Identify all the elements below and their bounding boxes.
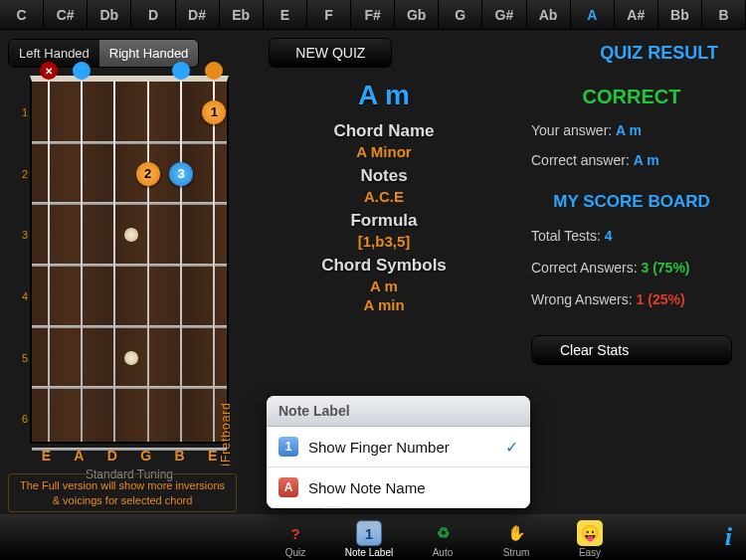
- string: [48, 82, 50, 442]
- chord-name-label: Chord Name: [255, 121, 513, 141]
- fret-wire: [32, 202, 227, 205]
- fret-wire: [32, 386, 227, 389]
- root-note-Asharp[interactable]: A#: [615, 0, 658, 29]
- quiz-result-heading: QUIZ RESULT: [600, 43, 718, 64]
- popover-option-finger-number[interactable]: 1 Show Finger Number ✓: [267, 427, 530, 467]
- root-note-E[interactable]: E: [264, 0, 307, 29]
- chord-notes-label: Notes: [255, 166, 513, 186]
- fretboard-inlay: [124, 351, 138, 365]
- root-note-Db[interactable]: Db: [88, 0, 131, 29]
- popover-arrow-icon: [322, 507, 342, 508]
- handedness-segment: Left Handed Right Handed: [8, 39, 199, 68]
- chord-notes-value: A.C.E: [255, 188, 513, 205]
- root-note-bar: CC#DbDD#EbEFF#GbGG#AbAA#BbB: [0, 0, 746, 30]
- check-icon: ✓: [505, 438, 518, 457]
- tab-label: Auto: [406, 547, 479, 558]
- correct-answers-line: Correct Answers: 3 (75%): [531, 260, 732, 276]
- popover-option-note-name[interactable]: A Show Note Name: [267, 467, 530, 508]
- root-note-B[interactable]: B: [702, 0, 746, 29]
- total-tests-line: Total Tests: 4: [531, 228, 732, 244]
- open-string-icon: [205, 62, 223, 80]
- clear-stats-button[interactable]: Clear Stats: [531, 335, 732, 365]
- root-note-Eb[interactable]: Eb: [220, 0, 264, 29]
- tab-label: Easy: [553, 547, 627, 558]
- tab-easy[interactable]: 😛 Easy: [553, 520, 627, 560]
- root-note-Bb[interactable]: Bb: [658, 0, 702, 29]
- new-quiz-button[interactable]: NEW QUIZ: [269, 38, 392, 68]
- popover-option-label: Show Note Name: [308, 479, 426, 496]
- tab-strum[interactable]: ✋ Strum: [479, 520, 553, 560]
- finger-marker: 2: [136, 162, 160, 186]
- root-note-G[interactable]: G: [439, 0, 482, 29]
- string: [81, 82, 83, 442]
- score-column: CORRECT Your answer: A m Correct answer:…: [523, 76, 746, 505]
- root-note-Csharp[interactable]: C#: [44, 0, 88, 29]
- fretboard-column: iFretboard 123456123 EADGBE Standard Tun…: [0, 76, 245, 505]
- fret-wire: [32, 325, 227, 328]
- fret-number: 2: [16, 168, 28, 180]
- info-button[interactable]: i: [725, 522, 732, 552]
- easy-icon: 😛: [577, 520, 603, 546]
- root-note-Gb[interactable]: Gb: [395, 0, 439, 29]
- wrong-answers-line: Wrong Answers: 1 (25%): [531, 291, 732, 307]
- note-label-popover: Note Label 1 Show Finger Number ✓ A Show…: [267, 396, 530, 508]
- root-note-Ab[interactable]: Ab: [527, 0, 571, 29]
- correct-answers-label: Correct Answers:: [531, 260, 641, 276]
- tab-auto[interactable]: ♻ Auto: [406, 520, 479, 560]
- root-note-A[interactable]: A: [571, 0, 615, 29]
- auto-icon: ♻: [430, 520, 456, 546]
- verdict-label: CORRECT: [531, 86, 732, 108]
- root-note-Fsharp[interactable]: F#: [351, 0, 395, 29]
- your-answer-line: Your answer: A m: [531, 122, 732, 138]
- open-string-icon: [172, 62, 190, 80]
- chord-formula-label: Formula: [255, 211, 513, 231]
- wrong-answers-label: Wrong Answers:: [531, 291, 637, 307]
- quiz-icon: ?: [282, 520, 308, 546]
- finger-marker: 3: [169, 162, 193, 186]
- your-answer-label: Your answer:: [531, 122, 616, 138]
- your-answer-value: A m: [616, 122, 642, 138]
- finger-number-icon: 1: [279, 437, 298, 457]
- mute-string-icon: [40, 62, 58, 80]
- wrong-answers-value: 1 (25%): [637, 291, 685, 307]
- correct-answer-value: A m: [634, 152, 659, 168]
- chord-name-value: A Minor: [255, 143, 513, 160]
- tab-note-label[interactable]: ▲ 1 Note Label: [332, 520, 406, 560]
- open-string-icon: [73, 62, 91, 80]
- fret-wire: [32, 448, 227, 451]
- correct-answer-line: Correct answer: A m: [531, 152, 732, 168]
- tab-label: Quiz: [259, 547, 332, 558]
- control-row: Left Handed Right Handed NEW QUIZ QUIZ R…: [0, 30, 746, 76]
- string: [147, 82, 149, 442]
- tab-label: Note Label: [332, 547, 406, 558]
- popover-title: Note Label: [267, 396, 530, 427]
- chord-symbols-label: Chord Symbols: [255, 256, 513, 276]
- finger-marker: 1: [202, 100, 226, 124]
- total-tests-value: 4: [605, 228, 613, 244]
- root-note-C[interactable]: C: [0, 0, 44, 29]
- string: [180, 82, 182, 442]
- fret-number: 1: [16, 106, 28, 118]
- fretboard[interactable]: iFretboard 123456123: [30, 76, 229, 444]
- correct-answers-value: 3 (75%): [641, 260, 689, 276]
- root-note-Dsharp[interactable]: D#: [176, 0, 220, 29]
- chord-symbol: A m: [255, 278, 513, 294]
- root-note-D[interactable]: D: [131, 0, 175, 29]
- popover-option-label: Show Finger Number: [308, 439, 450, 456]
- string: [213, 82, 215, 442]
- string: [113, 82, 115, 442]
- fret-number: 3: [16, 229, 28, 241]
- strum-icon: ✋: [503, 520, 529, 546]
- brand-label: iFretboard: [219, 402, 233, 467]
- note-name-icon: A: [279, 477, 298, 497]
- root-note-Gsharp[interactable]: G#: [482, 0, 526, 29]
- scoreboard-heading: MY SCORE BOARD: [531, 192, 732, 212]
- tab-quiz[interactable]: ? Quiz: [259, 520, 332, 560]
- tab-label: Strum: [479, 547, 553, 558]
- chord-symbols-list: A m A min: [255, 278, 513, 313]
- tab-bar: ? Quiz ▲ 1 Note Label ♻ Auto ✋ Strum 😛 E…: [0, 514, 746, 560]
- chord-formula-value: [1,b3,5]: [255, 233, 513, 250]
- correct-answer-label: Correct answer:: [531, 152, 634, 168]
- fret-wire: [32, 141, 227, 144]
- root-note-F[interactable]: F: [307, 0, 351, 29]
